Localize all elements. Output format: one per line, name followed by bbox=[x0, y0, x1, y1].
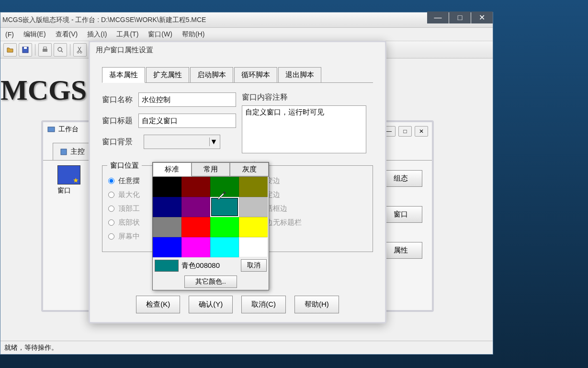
color-cell[interactable] bbox=[153, 217, 181, 237]
menu-edit[interactable]: 编辑(E) bbox=[21, 29, 49, 40]
svg-rect-9 bbox=[61, 149, 67, 155]
cut-icon[interactable] bbox=[73, 43, 87, 57]
svg-rect-8 bbox=[48, 127, 55, 132]
cp-cancel-button[interactable]: 取消 bbox=[241, 259, 267, 272]
tab-exit-script[interactable]: 退出脚本 bbox=[278, 67, 321, 83]
menu-insert[interactable]: 插入(I) bbox=[84, 29, 110, 40]
preview-icon[interactable] bbox=[54, 43, 67, 57]
window-item-label: 窗口 bbox=[57, 186, 80, 195]
group-position-title: 窗口位置 bbox=[107, 161, 142, 170]
cp-tab-standard[interactable]: 标准 bbox=[153, 162, 192, 176]
svg-point-4 bbox=[58, 47, 62, 51]
color-cell[interactable] bbox=[181, 217, 210, 237]
color-cell[interactable] bbox=[239, 177, 268, 197]
label-comment: 窗口内容注释 bbox=[242, 92, 373, 103]
menu-file[interactable]: (F) bbox=[2, 30, 17, 39]
svg-rect-2 bbox=[43, 49, 47, 52]
color-cell[interactable] bbox=[210, 237, 239, 257]
ws-close-button[interactable]: ✕ bbox=[415, 126, 428, 137]
color-cell[interactable] bbox=[239, 237, 268, 257]
dialog-buttons: 检查(K) 确认(Y) 取消(C) 帮助(H) bbox=[90, 296, 385, 313]
label-window-caption: 窗口标题 bbox=[102, 116, 133, 126]
color-cell[interactable] bbox=[210, 177, 239, 197]
color-cell[interactable] bbox=[210, 197, 239, 217]
tab-extend[interactable]: 扩充属性 bbox=[146, 67, 189, 83]
dropdown-window-bg[interactable]: ▼ bbox=[144, 135, 220, 149]
ws-restore-button[interactable]: □ bbox=[398, 126, 412, 137]
window-item-icon[interactable] bbox=[57, 165, 80, 184]
open-icon[interactable] bbox=[3, 43, 17, 57]
color-cell[interactable] bbox=[181, 197, 210, 217]
cp-tab-gray[interactable]: 灰度 bbox=[230, 162, 269, 176]
toolbar-separator bbox=[70, 44, 70, 56]
color-preview bbox=[155, 260, 179, 272]
other-colors-button[interactable]: 其它颜色.. bbox=[184, 276, 237, 288]
color-cell[interactable] bbox=[153, 197, 181, 217]
check-button[interactable]: 检查(K) bbox=[136, 296, 180, 313]
color-cell[interactable] bbox=[239, 197, 268, 217]
workspace-title-text: 工作台 bbox=[58, 125, 79, 134]
color-picker-other-row: 其它颜色.. bbox=[153, 274, 269, 290]
cp-tab-common[interactable]: 常用 bbox=[192, 162, 230, 176]
dialog-title: 用户窗口属性设置 bbox=[90, 42, 385, 58]
dialog-tabs: 基本属性 扩充属性 启动脚本 循环脚本 退出脚本 bbox=[102, 67, 373, 83]
tab-basic[interactable]: 基本属性 bbox=[102, 67, 145, 83]
cancel-button[interactable]: 取消(C) bbox=[241, 296, 286, 313]
toolbar-separator bbox=[35, 44, 35, 56]
tab-icon bbox=[60, 148, 68, 156]
window-title: MCGS嵌入版组态环境 - 工作台 : D:\MCGSE\WORK\新建工程5.… bbox=[2, 16, 491, 24]
input-window-name[interactable] bbox=[138, 92, 236, 107]
color-cell[interactable] bbox=[181, 177, 210, 197]
help-button[interactable]: 帮助(H) bbox=[294, 296, 339, 313]
color-cell[interactable] bbox=[239, 217, 268, 237]
close-button[interactable]: ✕ bbox=[471, 12, 493, 23]
label-window-bg: 窗口背景 bbox=[102, 137, 138, 147]
color-cell[interactable] bbox=[153, 237, 181, 257]
titlebar-controls: — □ ✕ bbox=[427, 12, 493, 23]
color-picker-tabs: 标准 常用 灰度 bbox=[153, 162, 269, 177]
minimize-button[interactable]: — bbox=[427, 12, 449, 23]
label-window-name: 窗口名称 bbox=[102, 95, 133, 105]
print-icon[interactable] bbox=[38, 43, 52, 57]
tab-start-script[interactable]: 启动脚本 bbox=[190, 67, 233, 83]
workspace-controls: — □ ✕ bbox=[382, 126, 428, 137]
menu-window[interactable]: 窗口(W) bbox=[145, 29, 175, 40]
color-cell[interactable] bbox=[153, 177, 181, 197]
logo: MCGS bbox=[0, 74, 87, 107]
svg-rect-1 bbox=[24, 47, 27, 49]
workspace-content: 窗口 bbox=[57, 165, 80, 195]
textarea-comment[interactable] bbox=[242, 105, 366, 153]
maximize-button[interactable]: □ bbox=[449, 12, 471, 23]
color-cell[interactable] bbox=[210, 217, 239, 237]
color-label: 青色008080 bbox=[181, 261, 238, 270]
color-grid bbox=[153, 177, 269, 257]
svg-line-5 bbox=[61, 51, 63, 52]
menu-tools[interactable]: 工具(T) bbox=[113, 29, 141, 40]
color-picker-footer: 青色008080 取消 bbox=[153, 257, 269, 274]
color-picker: 标准 常用 灰度 青色008080 取消 其它颜色.. bbox=[152, 162, 269, 290]
chevron-down-icon: ▼ bbox=[209, 138, 218, 146]
svg-rect-3 bbox=[44, 47, 46, 49]
ok-button[interactable]: 确认(Y) bbox=[189, 296, 233, 313]
workspace-tab-main[interactable]: 主控 bbox=[53, 143, 92, 161]
status-text: 就绪，等待操作。 bbox=[4, 344, 58, 352]
menubar: (F) 编辑(E) 查看(V) 插入(I) 工具(T) 窗口(W) 帮助(H) bbox=[0, 28, 493, 41]
color-cell[interactable] bbox=[181, 237, 210, 257]
titlebar: MCGS嵌入版组态环境 - 工作台 : D:\MCGSE\WORK\新建工程5.… bbox=[0, 12, 493, 28]
input-window-caption[interactable] bbox=[138, 114, 236, 128]
statusbar: 就绪，等待操作。 bbox=[0, 341, 493, 354]
tab-loop-script[interactable]: 循环脚本 bbox=[234, 67, 277, 83]
menu-view[interactable]: 查看(V) bbox=[53, 29, 81, 40]
menu-help[interactable]: 帮助(H) bbox=[179, 29, 207, 40]
workspace-icon bbox=[47, 125, 56, 134]
save-icon[interactable] bbox=[19, 43, 32, 57]
